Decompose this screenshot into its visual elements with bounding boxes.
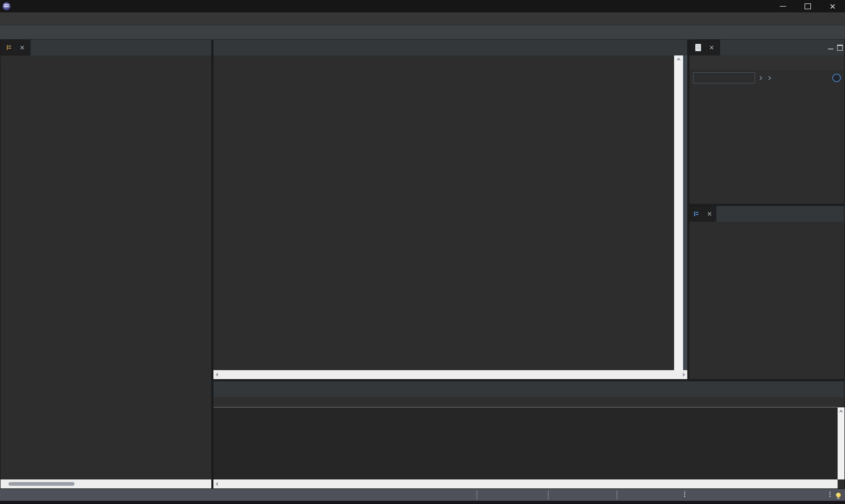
- maximize-view-icon[interactable]: [837, 44, 843, 51]
- package-explorer-header: ×: [1, 40, 211, 55]
- outline-icon: [694, 212, 699, 216]
- status-overflow-right-icon[interactable]: [829, 491, 830, 493]
- task-list-header: ×: [689, 40, 844, 55]
- close-view-icon[interactable]: ×: [707, 210, 712, 218]
- menu-bar: [0, 13, 845, 25]
- editor-content[interactable]: [213, 55, 687, 370]
- main-toolbar: [0, 25, 845, 40]
- activate-task[interactable]: [767, 76, 772, 79]
- scope-all[interactable]: [759, 76, 764, 79]
- scroll-right-icon[interactable]: [683, 373, 685, 377]
- package-explorer-tree: [1, 55, 211, 57]
- smart-mode-bulb[interactable]: [836, 489, 841, 501]
- help-icon[interactable]: [832, 74, 841, 82]
- outline-tree: [689, 222, 844, 223]
- task-list-minmax: [828, 40, 844, 55]
- console-panel: [213, 381, 844, 488]
- find-input[interactable]: [693, 72, 755, 84]
- scroll-up-icon[interactable]: [839, 410, 843, 412]
- task-list-toolbar: [689, 55, 844, 70]
- console-output: [213, 407, 838, 480]
- maximize-button[interactable]: [795, 0, 820, 13]
- status-bar: [0, 489, 845, 501]
- tab-outline[interactable]: ×: [689, 206, 716, 222]
- scrollbar-thumb[interactable]: [8, 482, 74, 486]
- scroll-left-icon[interactable]: [215, 482, 218, 486]
- task-list-icon: [695, 44, 701, 51]
- bottom-edge: [0, 501, 845, 504]
- package-explorer-panel: ×: [1, 40, 211, 488]
- eclipse-logo-icon: [3, 2, 11, 10]
- eclipse-ide-window: × ×: [0, 0, 845, 504]
- package-explorer-toolbar: [209, 40, 211, 55]
- minimize-icon: [780, 6, 786, 6]
- close-button[interactable]: ×: [820, 0, 845, 13]
- close-view-icon[interactable]: ×: [709, 44, 714, 51]
- close-view-icon[interactable]: ×: [20, 44, 25, 51]
- outline-header: ×: [689, 206, 844, 222]
- task-list-panel: ×: [689, 40, 844, 204]
- window-controls: ×: [771, 0, 845, 13]
- console-hscrollbar[interactable]: [213, 480, 838, 488]
- outline-panel: ×: [689, 206, 844, 379]
- status-overflow-icon[interactable]: [684, 491, 685, 493]
- task-list-find-row: [689, 70, 844, 86]
- console-status-line: [213, 397, 844, 407]
- package-explorer-hscrollbar[interactable]: [1, 480, 211, 488]
- close-icon: ×: [829, 2, 836, 10]
- package-explorer-icon: [6, 45, 12, 50]
- overview-ruler[interactable]: [683, 55, 687, 370]
- editor-tab-bar: [213, 40, 687, 55]
- scroll-up-icon[interactable]: [676, 57, 681, 60]
- chevron-right-icon: [758, 76, 762, 80]
- tab-task-list[interactable]: ×: [689, 40, 720, 55]
- editor-area: [213, 40, 687, 379]
- maximize-icon: [805, 3, 811, 9]
- chevron-right-icon: [767, 76, 771, 80]
- tab-package-explorer[interactable]: ×: [1, 40, 31, 55]
- console-tab-bar: [213, 381, 844, 397]
- title-bar: ×: [0, 0, 845, 13]
- editor-vscrollbar[interactable]: [674, 55, 683, 370]
- lightbulb-icon: [836, 493, 841, 498]
- editor-hscrollbar[interactable]: [213, 370, 687, 379]
- scroll-left-icon[interactable]: [215, 373, 218, 377]
- minimize-button[interactable]: [771, 0, 795, 13]
- outline-toolbar: [842, 206, 844, 222]
- console-vscrollbar[interactable]: [838, 407, 844, 480]
- minimize-view-icon[interactable]: [828, 49, 833, 49]
